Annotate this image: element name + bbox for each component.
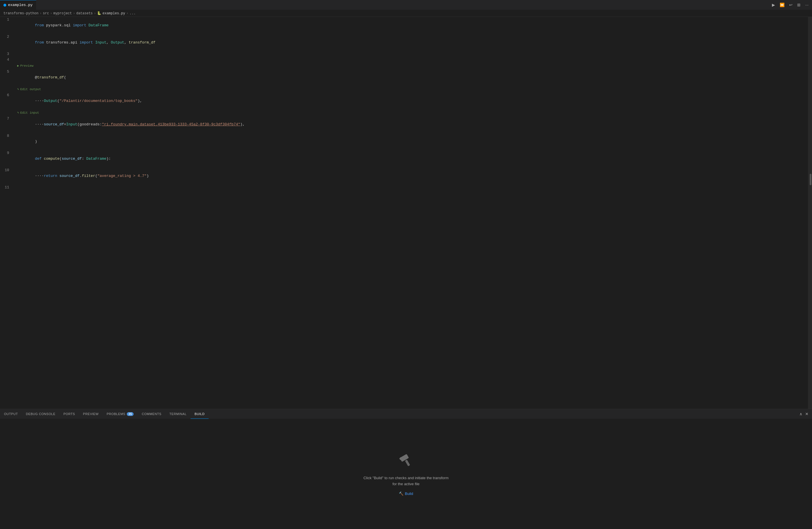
panel-area: OUTPUT DEBUG CONSOLE PORTS PREVIEW PROBL… — [0, 409, 812, 529]
code-line-2: 2 from transforms.api import Input, Outp… — [0, 34, 812, 51]
tab-problems-label: PROBLEMS — [107, 412, 126, 416]
line-content-4 — [12, 57, 812, 63]
line-num-5: 5 — [0, 69, 12, 75]
scrollbar-thumb[interactable] — [810, 174, 811, 185]
scrollbar-track[interactable] — [808, 17, 812, 409]
code-line-3: 3 — [0, 51, 812, 57]
tab-ports-label: PORTS — [63, 412, 75, 416]
line-num-11: 11 — [0, 185, 12, 190]
line-content-11 — [12, 185, 812, 190]
code-line-11: 11 — [0, 185, 812, 190]
line-num-3: 3 — [0, 51, 12, 57]
build-description: Click "Build" to run checks and initiate… — [363, 475, 449, 487]
svg-rect-0 — [405, 459, 410, 466]
line-content-8: ) — [12, 133, 812, 150]
breadcrumb-transforms-python[interactable]: transforms-python — [3, 12, 38, 15]
code-line-1: 1 from pyspark.sql import DataFrame — [0, 17, 812, 34]
line-num-1: 1 — [0, 17, 12, 23]
line-content-2: from transforms.api import Input, Output… — [12, 34, 812, 51]
panel-content-build: Click "Build" to run checks and initiate… — [0, 419, 812, 529]
line-num-7: 7 — [0, 116, 12, 121]
build-link-icon: 🔨 — [399, 491, 403, 496]
edit-output-icon: ✎ — [17, 87, 19, 92]
run-button[interactable]: ▶ — [771, 2, 776, 8]
build-link-label: Build — [405, 491, 413, 496]
layout-icon: ⊞ — [797, 3, 800, 7]
problems-badge: 35 — [127, 412, 134, 416]
breadcrumb-more[interactable]: ... — [130, 12, 136, 15]
tab-preview-label: PREVIEW — [83, 412, 99, 416]
code-container: 1 from pyspark.sql import DataFrame 2 fr… — [0, 17, 812, 190]
panel-tab-actions: ∧ ✕ — [799, 411, 812, 417]
more-icon: ··· — [805, 3, 809, 7]
edit-input-label: Edit input — [20, 110, 39, 115]
tab-output[interactable]: OUTPUT — [0, 409, 22, 419]
tab-build-label: BUILD — [194, 412, 205, 416]
more-button[interactable]: ··· — [804, 2, 810, 8]
code-line-8: 8 ) — [0, 133, 812, 150]
panel-close-button[interactable]: ✕ — [804, 411, 809, 417]
tab-comments[interactable]: COMMENTS — [137, 409, 165, 419]
line-content-3 — [12, 51, 812, 57]
tab-build[interactable]: BUILD — [191, 409, 208, 419]
line-num-2: 2 — [0, 34, 12, 40]
line-content-5: @transform_df( — [12, 69, 812, 86]
tab-terminal-label: TERMINAL — [169, 412, 187, 416]
preview-hint[interactable]: ▶ Preview — [0, 63, 812, 69]
build-icon-wrapper — [397, 452, 415, 471]
code-line-4: 4 — [0, 57, 812, 63]
file-icon — [3, 4, 6, 6]
breadcrumb-myproject[interactable]: myproject — [53, 12, 72, 15]
line-num-9: 9 — [0, 150, 12, 156]
build-link[interactable]: 🔨 Build — [399, 491, 413, 496]
breadcrumb-src[interactable]: src — [43, 12, 49, 15]
line-content-6: ····Output("/Palantir/documentation/top_… — [12, 92, 812, 110]
code-line-5: 5 @transform_df( — [0, 69, 812, 86]
panel-collapse-button[interactable]: ∧ — [799, 411, 803, 417]
preview-icon: ▶ — [17, 63, 19, 68]
line-content-1: from pyspark.sql import DataFrame — [12, 17, 812, 34]
tab-output-label: OUTPUT — [4, 412, 18, 416]
file-tab[interactable]: examples.py — [0, 0, 37, 10]
editor-area[interactable]: 1 from pyspark.sql import DataFrame 2 fr… — [0, 17, 812, 409]
line-num-6: 6 — [0, 92, 12, 98]
tab-bar-actions: ▶ ⏩ ↩ ⊞ ··· — [771, 2, 812, 8]
edit-input-icon: ✎ — [17, 110, 19, 115]
code-line-10: 10 ····return source_df.filter("average_… — [0, 168, 812, 185]
fast-forward-button[interactable]: ⏩ — [779, 2, 786, 8]
line-content-7: ····source_df=Input(goodreads:"ri.foundr… — [12, 116, 812, 133]
code-line-7: 7 ····source_df=Input(goodreads:"ri.foun… — [0, 116, 812, 133]
layout-button[interactable]: ⊞ — [796, 2, 802, 8]
hammer-icon — [397, 452, 415, 470]
close-icon: ✕ — [805, 412, 809, 416]
tab-ports[interactable]: PORTS — [59, 409, 79, 419]
editor-wrapper: 1 from pyspark.sql import DataFrame 2 fr… — [0, 17, 812, 409]
tab-bar: examples.py ▶ ⏩ ↩ ⊞ ··· — [0, 0, 812, 10]
tab-label: examples.py — [8, 3, 33, 7]
tab-preview[interactable]: PREVIEW — [79, 409, 103, 419]
breadcrumb: transforms-python › src › myproject › da… — [0, 10, 812, 17]
breadcrumb-datasets[interactable]: datasets — [76, 12, 93, 15]
tab-comments-label: COMMENTS — [142, 412, 161, 416]
fast-forward-icon: ⏩ — [780, 3, 784, 7]
line-content-10: ····return source_df.filter("average_rat… — [12, 168, 812, 185]
tab-problems[interactable]: PROBLEMS 35 — [103, 409, 138, 419]
back-icon: ↩ — [789, 3, 793, 7]
line-num-4: 4 — [0, 57, 12, 63]
line-num-10: 10 — [0, 168, 12, 173]
line-content-9: def compute(source_df: DataFrame): — [12, 150, 812, 168]
edit-output-label: Edit output — [20, 87, 41, 92]
code-line-6: 6 ····Output("/Palantir/documentation/to… — [0, 92, 812, 110]
preview-label: Preview — [20, 63, 33, 68]
edit-output-hint[interactable]: ✎ Edit output — [0, 86, 812, 92]
run-icon: ▶ — [772, 3, 775, 7]
tab-debug-console[interactable]: DEBUG CONSOLE — [22, 409, 59, 419]
line-num-8: 8 — [0, 133, 12, 139]
panel-tabs: OUTPUT DEBUG CONSOLE PORTS PREVIEW PROBL… — [0, 409, 812, 419]
chevron-up-icon: ∧ — [799, 412, 802, 416]
code-line-9: 9 def compute(source_df: DataFrame): — [0, 150, 812, 168]
breadcrumb-examples-py[interactable]: 🐍 examples.py — [97, 11, 125, 15]
tab-terminal[interactable]: TERMINAL — [165, 409, 191, 419]
edit-input-hint[interactable]: ✎ Edit input — [0, 110, 812, 116]
back-button[interactable]: ↩ — [788, 2, 794, 8]
